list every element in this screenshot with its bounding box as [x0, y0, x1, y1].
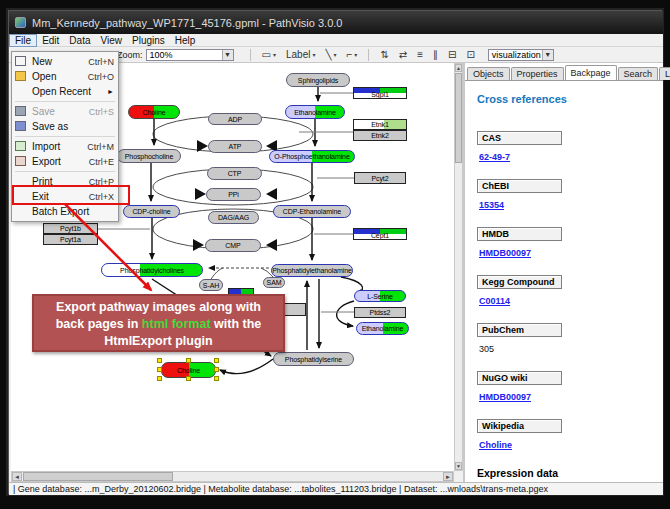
xref-id-link[interactable]: Choline: [479, 440, 512, 450]
selection-handle[interactable]: [157, 358, 162, 363]
tab-search[interactable]: Search: [618, 67, 659, 80]
pathway-node-phosphocholine[interactable]: Phosphocholine: [117, 149, 181, 163]
file-menu-item-save-as[interactable]: Save as: [12, 119, 118, 134]
cross-reference-sections: CAS62-49-7ChEBI15354HMDBHMDB00097Kegg Co…: [477, 131, 663, 452]
new-file-icon: [15, 56, 26, 66]
side-panel-tabs: ObjectsPropertiesBackpageSearchLegend: [467, 65, 670, 80]
align-horizontal-icon[interactable]: ⇄: [397, 48, 409, 62]
chevron-down-icon[interactable]: ▾: [354, 51, 357, 58]
line-tool-icon[interactable]: ╲▾: [323, 48, 338, 62]
pathway-node-choline-top[interactable]: Choline: [128, 105, 180, 119]
pathway-node-atp[interactable]: ATP: [208, 140, 262, 153]
xref-id-link[interactable]: 62-49-7: [479, 152, 510, 162]
pathway-node-ptdss2[interactable]: Ptdss2: [354, 307, 406, 318]
menu-help[interactable]: Help: [170, 34, 201, 47]
pathway-node-ethanolamine-bottom[interactable]: Ethanolamine: [356, 322, 409, 335]
xref-id-link[interactable]: HMDB00097: [479, 248, 531, 258]
visualization-combobox[interactable]: visualization ▼: [488, 49, 554, 61]
pathway-node-phosphatidylcholines[interactable]: Phosphatidylcholines: [101, 263, 203, 277]
xref-source-header: NuGO wiki: [477, 371, 562, 385]
datanode-template-icon[interactable]: ▭▾: [260, 48, 278, 62]
pathway-node-sam[interactable]: SAM: [263, 277, 285, 288]
xref-section-nugo-wiki: NuGO wikiHMDB00097: [477, 371, 663, 404]
pathway-node-phosphatidylethanolamine[interactable]: Phosphatidylethanolamine: [271, 264, 353, 277]
xref-section-chebi: ChEBI15354: [477, 179, 663, 212]
pathway-node-dag-aag[interactable]: DAG/AAG: [208, 211, 259, 224]
stack-horizontal-icon[interactable]: ∥: [431, 48, 440, 62]
xref-id-link[interactable]: C00114: [479, 296, 510, 306]
scroll-left-icon[interactable]: ◄: [12, 472, 22, 481]
scroll-down-icon[interactable]: ▼: [455, 462, 462, 470]
xref-source-header: ChEBI: [477, 179, 562, 193]
selection-handle[interactable]: [157, 376, 162, 381]
chevron-down-icon[interactable]: ▼: [542, 50, 553, 60]
xref-id-link[interactable]: 15354: [479, 200, 504, 210]
pathway-node-sgpl1[interactable]: Sgpl1: [353, 87, 407, 99]
pathway-node-adp[interactable]: ADP: [208, 113, 262, 125]
import-icon: [15, 141, 26, 151]
tab-legend[interactable]: Legend: [659, 67, 670, 80]
label-tool[interactable]: Label▾: [284, 48, 317, 62]
pathway-node-cmp[interactable]: CMP: [205, 239, 261, 252]
pathway-node-o-phosphoethanolamine[interactable]: O-Phosphoethanolamine: [269, 150, 355, 163]
canvas-vertical-scrollbar[interactable]: ▲ ▼: [454, 63, 463, 471]
file-menu-item-open-recent[interactable]: Open Recent►: [12, 84, 118, 99]
pathway-node-cdp-ethanolamine[interactable]: CDP-Ethanolamine: [273, 205, 351, 218]
scroll-right-icon[interactable]: ►: [443, 472, 453, 481]
line-tool-icon: ╲: [325, 48, 331, 62]
node-label: Sgpl1: [371, 91, 388, 98]
pathway-node-ppi[interactable]: PPi: [206, 188, 261, 201]
vertical-scroll-thumb[interactable]: [455, 73, 462, 163]
menu-file[interactable]: File: [9, 34, 37, 47]
selection-handle[interactable]: [214, 367, 219, 372]
pathway-node-pcyt1b[interactable]: Pcyt1b: [43, 223, 98, 234]
chevron-down-icon[interactable]: ▾: [312, 51, 315, 58]
file-menu-item-open[interactable]: OpenCtrl+O: [12, 69, 118, 84]
save-icon: [15, 106, 27, 117]
pathway-node-ctp[interactable]: CTP: [207, 167, 262, 180]
file-menu-item-export[interactable]: ExportCtrl+E: [12, 154, 118, 169]
selection-handle[interactable]: [214, 358, 219, 363]
pathway-node-s-ah[interactable]: S-AH: [199, 279, 223, 291]
common-size-icon[interactable]: ⊟: [446, 48, 458, 62]
file-menu-item-new[interactable]: NewCtrl+N: [12, 54, 118, 69]
tab-backpage[interactable]: Backpage: [565, 65, 617, 80]
zoom-combobox[interactable]: 100% ▼: [146, 49, 234, 61]
stack-vertical-icon[interactable]: ≡: [415, 48, 425, 62]
node-label: Ptdss2: [370, 309, 391, 316]
selection-handle[interactable]: [186, 376, 191, 381]
pathway-node-ethanolamine-top[interactable]: Ethanolamine: [285, 105, 345, 119]
pathway-node-cept1[interactable]: Cept1: [353, 228, 407, 240]
scroll-up-icon[interactable]: ▲: [455, 64, 462, 72]
pathway-node-pcyt1a[interactable]: Pcyt1a: [43, 234, 98, 245]
chevron-down-icon[interactable]: ▼: [222, 50, 233, 60]
menu-separator: [15, 136, 115, 137]
pathway-node-ptdss1[interactable]: [284, 303, 306, 316]
pathway-node-phosphatidylserine[interactable]: Phosphatidylserine: [273, 352, 354, 366]
menu-plugins[interactable]: Plugins: [127, 34, 170, 47]
layout-icon[interactable]: ⊡: [464, 48, 476, 62]
tab-properties[interactable]: Properties: [511, 67, 564, 80]
pathway-node-etnk1[interactable]: Etnk1: [353, 119, 407, 130]
file-menu-item-import[interactable]: ImportCtrl+M: [12, 139, 118, 154]
chevron-down-icon[interactable]: ▾: [334, 51, 337, 58]
menu-edit[interactable]: Edit: [37, 34, 64, 47]
tab-objects[interactable]: Objects: [467, 67, 510, 80]
pathway-node-l-serine[interactable]: L-Serine: [354, 290, 406, 302]
pathway-node-sphingolipids[interactable]: Sphingolipids: [286, 73, 350, 87]
selection-handle[interactable]: [214, 376, 219, 381]
menu-data[interactable]: Data: [64, 34, 95, 47]
xref-id-link[interactable]: HMDB00097: [479, 392, 531, 402]
file-menu-item-batch-export[interactable]: Batch Export: [12, 204, 118, 219]
menu-view[interactable]: View: [95, 34, 127, 47]
selection-handle[interactable]: [186, 358, 191, 363]
pathway-node-etnk2[interactable]: Etnk2: [353, 130, 407, 141]
selection-handle[interactable]: [157, 367, 162, 372]
pathway-node-pcyt2[interactable]: Pcyt2: [354, 172, 406, 184]
chevron-down-icon[interactable]: ▾: [273, 51, 276, 58]
horizontal-scroll-thumb[interactable]: [23, 472, 173, 481]
canvas-horizontal-scrollbar[interactable]: ◄ ►: [11, 471, 454, 482]
connector-tool-icon[interactable]: ⌐▾: [345, 48, 360, 62]
align-vertical-icon[interactable]: ⇅: [378, 48, 390, 62]
pathway-node-cdp-choline[interactable]: CDP-choline: [123, 205, 180, 218]
